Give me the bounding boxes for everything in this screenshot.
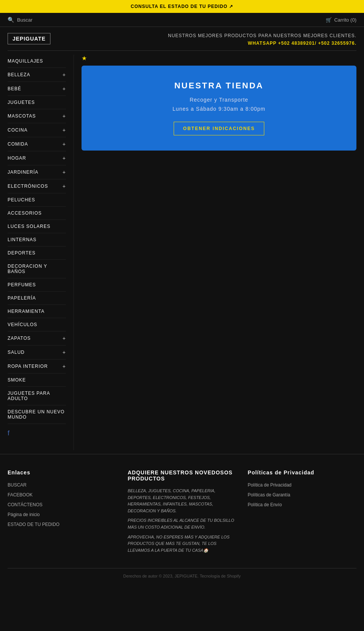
sidebar-expand-icon[interactable]: + [63, 127, 66, 133]
sidebar-item-label: LUCES SOLARES [8, 224, 50, 229]
sidebar-item-label: ZAPATOS [8, 336, 31, 341]
sidebar-item[interactable]: ELECTRÓNICOS+ [8, 179, 66, 193]
sidebar-item[interactable]: SMOKE [8, 374, 66, 387]
sidebar-item-label: DESCUBRE UN NUEVO MUNDO [8, 409, 66, 420]
sidebar-item[interactable]: HOGAR+ [8, 151, 66, 165]
sidebar-item[interactable]: MAQUILLAJES [8, 55, 66, 68]
sidebar-item[interactable]: DEPORTES [8, 246, 66, 260]
sidebar-item-label: ROPA INTERIOR [8, 364, 48, 369]
sidebar-item-label: HOGAR [8, 155, 26, 161]
sidebar-item[interactable]: JARDINERÍA+ [8, 165, 66, 179]
sidebar-item[interactable]: LUCES SOLARES [8, 220, 66, 233]
sidebar-item-label: JUGUETES [8, 100, 35, 105]
sidebar-item[interactable]: LINTERNAS [8, 233, 66, 246]
get-directions-button[interactable]: OBTENER INDICACIONES [174, 122, 264, 135]
sidebar-item[interactable]: BEBÉ+ [8, 82, 66, 96]
sidebar-item-label: DEPORTES [8, 250, 36, 256]
sidebar-item[interactable]: VEHÍCULOS [8, 318, 66, 331]
sidebar-item[interactable]: JUGUETES PARA ADULTO [8, 387, 66, 405]
cart-icon: 🛒 [326, 17, 332, 23]
top-banner[interactable]: CONSULTA EL ESTADO DE TU PEDIDO ↗ [0, 0, 364, 13]
footer-policy-link[interactable]: Política de Privacidad [248, 482, 356, 488]
sidebar-expand-icon[interactable]: + [63, 169, 66, 175]
footer-link[interactable]: Página de inicio [8, 511, 116, 518]
footer-policies-col: Políticas de Privacidad Política de Priv… [248, 469, 356, 557]
search-area[interactable]: 🔍 Buscar [8, 17, 32, 23]
sidebar-expand-icon[interactable]: + [63, 141, 66, 147]
sidebar: MAQUILLAJESBELLEZA+BEBÉ+JUGUETESMASCOTAS… [0, 55, 74, 450]
sidebar-expand-icon[interactable]: + [63, 113, 66, 119]
sidebar-expand-icon[interactable]: + [63, 335, 66, 341]
sidebar-expand-icon[interactable]: + [63, 86, 66, 92]
sidebar-item-label: PELUCHES [8, 197, 35, 202]
store-title: NUESTRA TIENDA [93, 81, 345, 91]
footer-policy-link[interactable]: Política de Envío [248, 501, 356, 508]
sidebar-item[interactable]: COMIDA+ [8, 137, 66, 151]
sidebar-item[interactable]: COCINA+ [8, 123, 66, 137]
sidebar-item-label: BELLEZA [8, 72, 30, 77]
sidebar-item-label: VEHÍCULOS [8, 322, 37, 327]
sidebar-item-label: ELECTRÓNICOS [8, 184, 48, 189]
footer-policy-link[interactable]: Políticas de Garantía [248, 491, 356, 498]
sidebar-item[interactable]: DECORACION Y BAÑOS [8, 260, 66, 278]
sidebar-item-label: PAPELERÍA [8, 295, 36, 301]
search-icon: 🔍 [8, 17, 14, 23]
search-label[interactable]: Buscar [17, 17, 32, 23]
logo-bar: JEPIGUATE NUESTROS MEJORES PRODUCTOS PAR… [0, 27, 364, 50]
footer-link[interactable]: BUSCAR [8, 482, 116, 488]
sidebar-item-label: BEBÉ [8, 86, 21, 91]
tagline-phone: WHATSAPP +502 48389201/ +502 32655976. [168, 41, 356, 46]
sidebar-item-label: MASCOTAS [8, 113, 36, 119]
sidebar-item[interactable]: ZAPATOS+ [8, 331, 66, 345]
sidebar-item[interactable]: ACCESORIOS [8, 207, 66, 220]
sidebar-expand-icon[interactable]: + [63, 155, 66, 161]
tagline: NUESTROS MEJORES PRODUCTOS PARA NUESTROS… [168, 33, 356, 46]
tagline-main: NUESTROS MEJORES PRODUCTOS PARA NUESTROS… [168, 33, 356, 38]
banner-text: CONSULTA EL ESTADO DE TU PEDIDO ↗ [131, 4, 233, 9]
sidebar-item[interactable]: PERFUMES [8, 278, 66, 292]
facebook-icon[interactable]: f [8, 424, 66, 443]
sidebar-item[interactable]: PELUCHES [8, 193, 66, 207]
sidebar-item[interactable]: DESCUBRE UN NUEVO MUNDO [8, 405, 66, 424]
footer-link[interactable]: ESTADO DE TU PEDIDO [8, 521, 116, 528]
copyright-text: Derechos de autor © 2023, JEPIGUATE. Tec… [123, 574, 241, 578]
footer-links-col: Enlaces BUSCARFACEBOOKCONTÁCTENOSPágina … [8, 469, 116, 557]
store-line2: Lunes a Sábado 9:30am a 8:00pm [93, 106, 345, 112]
sidebar-item[interactable]: BELLEZA+ [8, 68, 66, 82]
sidebar-item-label: SALUD [8, 350, 25, 355]
header: 🔍 Buscar 🛒 Carrito (0) [0, 13, 364, 27]
sidebar-item[interactable]: HERRAMIENTA [8, 305, 66, 318]
footer-bottom: Derechos de autor © 2023, JEPIGUATE. Tec… [8, 568, 356, 578]
sidebar-expand-icon[interactable]: + [63, 183, 66, 189]
sidebar-item[interactable]: ROPA INTERIOR+ [8, 359, 66, 374]
sidebar-item-label: MAQUILLAJES [8, 58, 43, 64]
sidebar-item-label: JARDINERÍA [8, 170, 38, 175]
main-layout: MAQUILLAJESBELLEZA+BEBÉ+JUGUETESMASCOTAS… [0, 51, 364, 454]
sidebar-expand-icon[interactable]: + [63, 72, 66, 78]
sidebar-item-label: PERFUMES [8, 282, 36, 287]
footer-promo-text: BELLEZA, JUGUETES, COCINA, PAPELERIA, DE… [128, 488, 237, 514]
footer-policies-title: Políticas de Privacidad [248, 469, 356, 476]
sidebar-item-label: SMOKE [8, 377, 26, 383]
footer-promo-title: ADQUIERE NUESTROS NOVEDOSOS PRODUCTOS [128, 469, 237, 482]
logo[interactable]: JEPIGUATE [8, 33, 50, 44]
sidebar-item[interactable]: MASCOTAS+ [8, 109, 66, 123]
footer-link[interactable]: FACEBOOK [8, 491, 116, 498]
sidebar-expand-icon[interactable]: + [63, 349, 66, 355]
cart-area[interactable]: 🛒 Carrito (0) [326, 17, 356, 23]
footer-grid: Enlaces BUSCARFACEBOOKCONTÁCTENOSPágina … [8, 469, 356, 568]
sidebar-item-label: DECORACION Y BAÑOS [8, 264, 66, 274]
sidebar-item-label: LINTERNAS [8, 237, 36, 242]
footer-links-title: Enlaces [8, 469, 116, 476]
sidebar-item-label: COCINA [8, 127, 28, 133]
footer-link[interactable]: CONTÁCTENOS [8, 501, 116, 508]
store-card: NUESTRA TIENDA Recoger y Transporte Lune… [82, 66, 356, 151]
sidebar-expand-icon[interactable]: + [63, 363, 66, 369]
sidebar-item[interactable]: PAPELERÍA [8, 292, 66, 305]
sidebar-item-label: JUGUETES PARA ADULTO [8, 391, 66, 401]
sidebar-item[interactable]: SALUD+ [8, 345, 66, 359]
sidebar-item[interactable]: JUGUETES [8, 96, 66, 109]
footer-promo-col: ADQUIERE NUESTROS NOVEDOSOS PRODUCTOS BE… [128, 469, 237, 557]
footer: Enlaces BUSCARFACEBOOKCONTÁCTENOSPágina … [0, 454, 364, 586]
sidebar-item-label: COMIDA [8, 141, 28, 147]
